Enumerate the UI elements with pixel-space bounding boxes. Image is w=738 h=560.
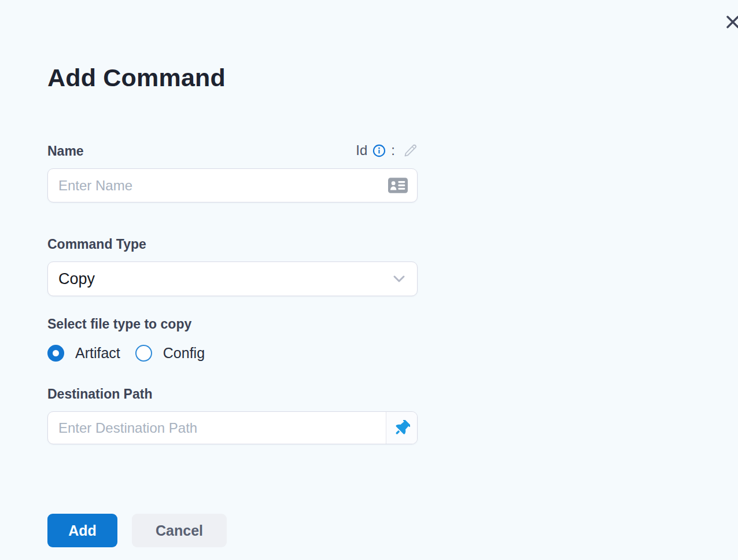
pushpin-icon: [394, 420, 410, 436]
name-input-wrap: [47, 168, 418, 202]
command-type-select[interactable]: Copy: [47, 261, 418, 296]
name-id-row: Id :: [47, 142, 418, 159]
command-type-label: Command Type: [47, 237, 146, 252]
command-type-selected-value: Copy: [58, 270, 95, 288]
edit-pencil-icon[interactable]: [404, 143, 418, 157]
radio-config-unchecked[interactable]: [135, 345, 152, 362]
add-command-dialog: { "dialog": { "title": "Add Command" }, …: [0, 0, 738, 560]
action-buttons: Add Cancel: [47, 514, 227, 547]
chevron-down-icon: [393, 275, 405, 283]
pin-addon-button[interactable]: [386, 412, 417, 444]
radio-artifact-label: Artifact: [75, 345, 120, 362]
radio-option-artifact[interactable]: Artifact: [47, 345, 120, 362]
contact-card-icon: [388, 178, 408, 193]
destination-input-wrap: [47, 411, 418, 444]
dialog-title: Add Command: [47, 64, 226, 92]
add-button[interactable]: Add: [47, 514, 117, 547]
id-colon: :: [391, 142, 395, 159]
file-type-label: Select file type to copy: [47, 316, 191, 332]
destination-path-input[interactable]: [48, 412, 386, 444]
radio-config-label: Config: [163, 345, 205, 362]
file-type-radio-group: Artifact Config: [47, 345, 205, 362]
radio-artifact-checked[interactable]: [47, 345, 64, 362]
radio-option-config[interactable]: Config: [135, 345, 205, 362]
info-icon[interactable]: [372, 144, 386, 157]
destination-path-label: Destination Path: [47, 386, 152, 402]
close-icon: [725, 14, 738, 30]
cancel-button[interactable]: Cancel: [132, 514, 227, 547]
id-label: Id: [356, 142, 367, 159]
name-input[interactable]: [48, 169, 388, 202]
close-button[interactable]: [725, 14, 738, 30]
